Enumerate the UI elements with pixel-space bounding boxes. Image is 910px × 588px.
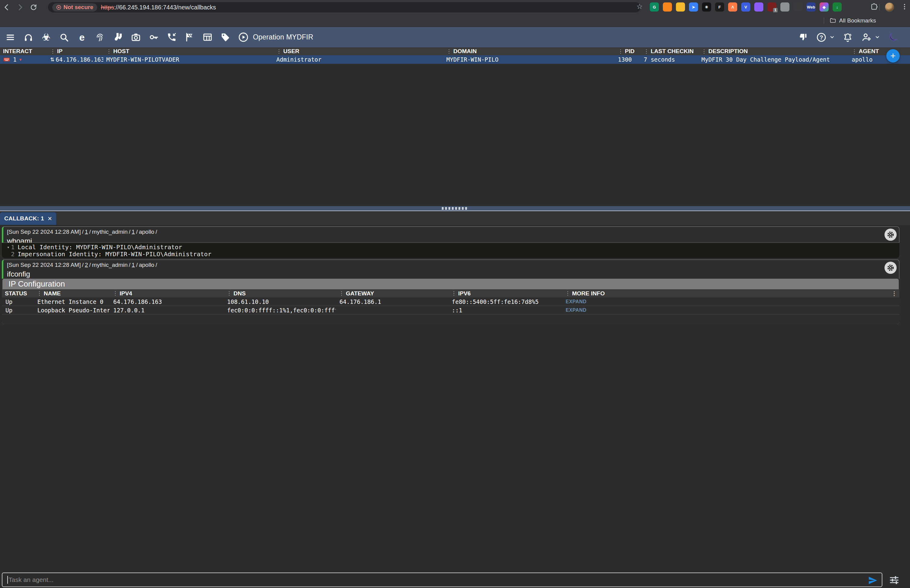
webchatgpt-icon[interactable]: Web [807, 2, 816, 11]
reload-icon[interactable] [27, 1, 40, 13]
task-id-link[interactable]: 2 [85, 262, 88, 268]
extension-icons: G➤✳FΛV1Web◈↓ [650, 2, 842, 11]
folder-icon [829, 17, 836, 24]
help-icon[interactable]: ? [816, 32, 827, 43]
binance-wallet-icon[interactable] [676, 2, 685, 11]
drag-dots-icon[interactable] [442, 207, 469, 210]
vimeo-icon[interactable]: V [741, 2, 750, 11]
send-task-icon[interactable] [868, 575, 878, 585]
orange-agent-icon[interactable]: Λ [728, 2, 737, 11]
close-tab-icon[interactable]: × [48, 215, 52, 222]
ipv6-cell: fe80::5400:5ff:fe16:7d8%5 [448, 299, 562, 305]
forward-icon[interactable] [13, 1, 27, 13]
task-output: ▾1 Local Identity: MYDFIR-WIN-PILO\Admin… [2, 242, 899, 258]
browser-menu-icon[interactable] [901, 2, 908, 11]
col-name[interactable]: ⋮NAME [34, 290, 110, 297]
col-more-info[interactable]: ⋮MORE INFO [562, 290, 899, 297]
callback-id-link[interactable]: 1 [132, 262, 135, 268]
reporting-flag-icon[interactable] [184, 32, 195, 43]
dark-mode-moon-icon[interactable] [887, 32, 899, 43]
col-agent[interactable]: ⋮AGENT [849, 47, 910, 55]
help-chevron-icon[interactable] [830, 36, 834, 39]
col-gateway[interactable]: ⋮GATEWAY [336, 290, 448, 297]
feedback-thumbsdown-icon[interactable] [797, 32, 808, 43]
task-id-link[interactable]: 1 [85, 229, 88, 235]
expand-link[interactable]: EXPAND [566, 299, 587, 304]
drag-handle-icon: ⋮ [106, 48, 112, 55]
socks-icon[interactable] [112, 32, 123, 43]
task-input[interactable]: Task an agent... [2, 572, 883, 587]
col-domain[interactable]: ⋮DOMAIN [443, 47, 615, 55]
search-icon[interactable] [58, 32, 70, 43]
callback-tab[interactable]: CALLBACK: 1 × [0, 212, 56, 225]
not-secure-chip[interactable]: Not secure [52, 3, 97, 11]
credentials-key-icon[interactable] [148, 32, 159, 43]
blue-arrow-icon[interactable]: ➤ [689, 2, 698, 11]
ublock-origin-icon[interactable]: 1 [767, 2, 776, 11]
url-rest: ://66.245.194.186:7443/new/callbacks [114, 4, 216, 11]
notifications-bell-icon[interactable] [842, 32, 853, 43]
menu-icon[interactable] [5, 32, 16, 43]
drag-handle-icon: ⋮ [276, 48, 281, 55]
callbacks-table-header: INTERACT ⋮IP ⋮HOST ⋮USER ⋮DOMAIN ⋮PID ⋮L… [0, 47, 910, 55]
back-icon[interactable] [0, 1, 13, 13]
drag-handle-icon: ⋮ [618, 48, 623, 55]
operation-name[interactable]: Operation MYDFIR [253, 33, 314, 41]
all-bookmarks-label[interactable]: All Bookmarks [839, 17, 876, 24]
callback-row[interactable]: 1 ▼ ⇅64.176.186.163 MYDFIR-WIN-PILOTVADE… [0, 55, 910, 64]
payloads-biohazard-icon[interactable]: ☣ [41, 32, 52, 43]
url-text: https://66.245.194.186:7443/new/callback… [101, 4, 216, 11]
interact-dropdown-icon[interactable]: ▼ [19, 57, 21, 62]
col-description[interactable]: ⋮DESCRIPTION [698, 47, 849, 55]
collapse-icon[interactable]: ▾ [7, 244, 10, 251]
active-operations-play-icon[interactable] [238, 32, 249, 43]
user-cell: Administrator [273, 55, 443, 64]
bookmark-star-icon[interactable]: ☆ [637, 3, 643, 10]
callbacks-headphones-icon[interactable] [23, 32, 34, 43]
task-options-tune-icon[interactable] [889, 575, 899, 585]
purple-journal-icon[interactable] [754, 2, 763, 11]
ip-expand-icon[interactable]: ⇅ [50, 57, 54, 63]
col-ipv6[interactable]: ⋮IPV6 [448, 290, 562, 297]
account-settings-icon[interactable] [861, 32, 872, 43]
add-callback-button[interactable]: + [886, 49, 900, 63]
task-settings-gear-icon[interactable] [884, 262, 897, 274]
col-ip[interactable]: ⋮IP [47, 47, 103, 55]
col-status[interactable]: STATUS [2, 290, 34, 297]
dark-cat-icon[interactable] [794, 2, 803, 11]
extensions-puzzle-icon[interactable] [870, 3, 878, 11]
task-settings-gear-icon[interactable] [884, 229, 897, 241]
callback-id-link[interactable]: 1 [132, 229, 135, 235]
metamask-icon[interactable] [663, 2, 672, 11]
col-dns[interactable]: ⋮DNS [223, 290, 336, 297]
col-pid[interactable]: ⋮PID [615, 47, 641, 55]
address-bar[interactable]: Not secure https://66.245.194.186:7443/n… [48, 2, 641, 13]
mitre-table-icon[interactable] [202, 32, 213, 43]
interact-cell[interactable]: 1 ▼ [0, 55, 47, 64]
col-user[interactable]: ⋮USER [273, 47, 443, 55]
split-divider[interactable] [0, 206, 910, 211]
idm-icon[interactable]: ↓ [832, 2, 842, 11]
gateway-cell: 64.176.186.1 [336, 299, 448, 305]
figma-icon[interactable]: F [715, 2, 724, 11]
settings-chevron-icon[interactable] [875, 36, 879, 39]
eventing-icon[interactable]: e [76, 32, 87, 43]
grammarly-icon[interactable]: G [650, 2, 659, 11]
column-menu-icon[interactable]: ⋮ [891, 290, 897, 297]
gray-robot-icon[interactable] [780, 2, 789, 11]
tags-icon[interactable] [220, 32, 231, 43]
keyboard-icon[interactable] [3, 56, 10, 63]
col-host[interactable]: ⋮HOST [103, 47, 273, 55]
screenshots-camera-icon[interactable] [130, 32, 141, 43]
phone-callbacks-icon[interactable] [166, 32, 177, 43]
url-scheme: https [101, 4, 114, 11]
profile-avatar[interactable] [885, 2, 894, 12]
col-ipv4[interactable]: ⋮IPV4 [110, 290, 223, 297]
dark-snowflake-icon[interactable]: ✳ [702, 2, 711, 11]
fingerprint-icon[interactable] [94, 32, 105, 43]
color-diamond-icon[interactable]: ◈ [819, 2, 829, 11]
expand-link[interactable]: EXPAND [566, 307, 587, 313]
col-last-checkin[interactable]: ⋮LAST CHECKIN [641, 47, 698, 55]
ipv4-cell: 127.0.0.1 [110, 307, 223, 313]
col-interact[interactable]: INTERACT [0, 47, 47, 55]
